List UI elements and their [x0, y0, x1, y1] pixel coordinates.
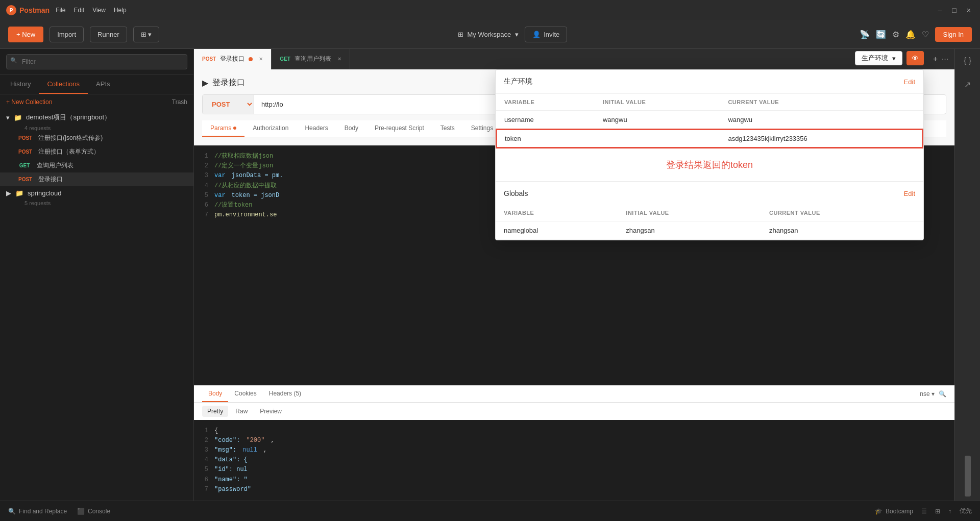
console-icon: ⬛ — [77, 508, 85, 515]
satellite-icon[interactable]: 📡 — [860, 30, 870, 39]
bottom-icon-3[interactable]: ↑ — [948, 508, 951, 515]
env-panel: 生产环境 Edit VARIABLE INITIAL VALUE CURRENT… — [495, 69, 924, 240]
code-content: "data": { — [214, 455, 248, 465]
globals-edit-button[interactable]: Edit — [904, 190, 915, 197]
request-item-user-list[interactable]: GET 查询用户列表 — [0, 159, 193, 172]
layout-button[interactable]: ⊞ ▾ — [133, 27, 160, 42]
tab-close-button[interactable]: ✕ — [337, 56, 341, 62]
trash-button[interactable]: Trash — [172, 98, 187, 106]
bootcamp-label: Bootcamp — [886, 508, 913, 515]
menu-edit[interactable]: Edit — [74, 7, 84, 14]
bell-icon[interactable]: 🔔 — [905, 30, 916, 39]
env-annotation: 登录结果返回的token — [496, 148, 923, 181]
titlebar-left: P Postman File Edit View Help — [6, 5, 127, 15]
request-name: 注册接口(json格式传参) — [38, 134, 103, 142]
resp-sub-tab-pretty[interactable]: Pretty — [202, 406, 228, 417]
collection-count-springcloud: 5 requests — [0, 200, 193, 206]
right-panel-scroll-bar[interactable] — [965, 456, 971, 497]
request-expand-arrow[interactable]: ▶ — [202, 78, 208, 88]
req-tab-prerequest[interactable]: Pre-request Script — [366, 120, 432, 137]
menu-file[interactable]: File — [56, 7, 65, 14]
col-initial: INITIAL VALUE — [595, 94, 720, 111]
search-input[interactable] — [6, 54, 187, 69]
add-tab-button[interactable]: + — [933, 55, 938, 64]
menu-help[interactable]: Help — [114, 7, 127, 14]
app-logo: P Postman — [6, 5, 50, 15]
code-content: "id": nul — [214, 465, 248, 475]
right-panel-share-icon[interactable]: ↗ — [961, 77, 974, 92]
code-content: { — [214, 426, 218, 436]
collection-expand-icon: ▶ — [6, 189, 11, 197]
env-eye-button[interactable]: 👁 — [906, 51, 924, 65]
env-edit-button[interactable]: Edit — [904, 78, 915, 86]
signin-button[interactable]: Sign In — [935, 27, 972, 42]
toolbar: + New Import Runner ⊞ ▾ ⊞ My Workspace ▾… — [0, 20, 980, 49]
req-tab-body[interactable]: Body — [336, 120, 366, 137]
tab-label: 查询用户列表 — [295, 55, 331, 63]
bottom-icon-2[interactable]: ⊞ — [935, 508, 940, 515]
var-name: username — [496, 111, 595, 130]
new-collection-button[interactable]: + New Collection — [6, 98, 52, 106]
line-number: 7 — [200, 485, 208, 494]
sync-icon[interactable]: 🔄 — [876, 30, 886, 39]
resp-tab-body[interactable]: Body — [202, 386, 228, 402]
workspace-selector[interactable]: ⊞ My Workspace ▾ — [452, 28, 525, 41]
tab-login[interactable]: POST 登录接口 ✕ — [194, 49, 272, 69]
invite-button[interactable]: 👤 Invite — [525, 27, 567, 42]
tab-userlist[interactable]: GET 查询用户列表 ✕ — [272, 49, 350, 69]
line-number: 3 — [200, 445, 208, 455]
method-select[interactable]: POST GET PUT DELETE — [203, 95, 254, 114]
code-content: "msg": — [214, 445, 236, 455]
tab-apis[interactable]: APIs — [88, 75, 118, 94]
req-tab-headers[interactable]: Headers — [297, 120, 336, 137]
maximize-button[interactable]: □ — [949, 5, 959, 15]
env-selector-dropdown[interactable]: 生产环境 ▾ — [855, 51, 902, 65]
workspace-chevron: ▾ — [515, 31, 519, 38]
req-tab-authorization[interactable]: Authorization — [244, 120, 297, 137]
request-item-register-json[interactable]: POST 注册接口(json格式传参) — [0, 131, 193, 145]
menu-view[interactable]: View — [92, 7, 106, 14]
find-replace-item[interactable]: 🔍 Find and Replace — [8, 508, 67, 515]
var-initial: wangwu — [595, 111, 720, 130]
response-search-icon[interactable]: 🔍 — [939, 390, 946, 398]
runner-button[interactable]: Runner — [90, 27, 127, 42]
request-item-login[interactable]: POST 登录接口 — [0, 172, 193, 186]
resp-tab-cookies[interactable]: Cookies — [228, 386, 262, 402]
code-content: "code": — [214, 436, 240, 445]
find-replace-icon: 🔍 — [8, 508, 16, 515]
tab-history[interactable]: History — [2, 75, 39, 94]
code-content: //定义一个变量json — [214, 161, 273, 171]
env-table: VARIABLE INITIAL VALUE CURRENT VALUE use… — [496, 94, 923, 148]
chevron-down-icon: ▾ — [892, 55, 896, 62]
new-button[interactable]: + New — [8, 27, 43, 42]
req-tab-tests[interactable]: Tests — [432, 120, 463, 137]
collection-header-springcloud[interactable]: ▶ 📁 springcloud — [0, 186, 193, 200]
sidebar-actions: + New Collection Trash — [0, 94, 193, 110]
line-number: 1 — [200, 426, 208, 436]
request-item-register-form[interactable]: POST 注册接口（表单方式） — [0, 145, 193, 159]
globals-header: Globals Edit — [496, 182, 923, 205]
resp-sub-tab-preview[interactable]: Preview — [255, 406, 287, 417]
right-panel-code-icon[interactable]: { } — [961, 53, 974, 68]
req-tab-params[interactable]: Params — [202, 120, 244, 137]
response-meta: nse ▾ 🔍 — [920, 390, 946, 398]
heart-icon[interactable]: ♡ — [922, 30, 929, 39]
console-item[interactable]: ⬛ Console — [77, 508, 110, 515]
collection-header-demotest[interactable]: ▾ 📁 demotest项目（springboot） — [0, 110, 193, 125]
tab-overflow-button[interactable]: ⋯ — [942, 55, 948, 63]
line-number: 6 — [200, 475, 208, 485]
bottom-icon-1[interactable]: ☰ — [921, 508, 927, 515]
line-number: 2 — [200, 436, 208, 445]
import-button[interactable]: Import — [50, 27, 84, 42]
settings-icon[interactable]: ⚙ — [892, 30, 899, 39]
code-content: var — [214, 191, 226, 201]
method-dropdown[interactable]: POST GET PUT DELETE — [203, 95, 254, 114]
minimize-button[interactable]: – — [935, 5, 945, 15]
close-button[interactable]: × — [964, 5, 974, 15]
resp-tab-headers[interactable]: Headers (5) — [263, 386, 307, 402]
tab-close-button[interactable]: ✕ — [259, 56, 263, 62]
resp-sub-tab-raw[interactable]: Raw — [230, 406, 253, 417]
bootcamp-icon: 🎓 — [875, 508, 883, 515]
bootcamp-item[interactable]: 🎓 Bootcamp — [875, 508, 913, 515]
tab-collections[interactable]: Collections — [39, 75, 88, 94]
